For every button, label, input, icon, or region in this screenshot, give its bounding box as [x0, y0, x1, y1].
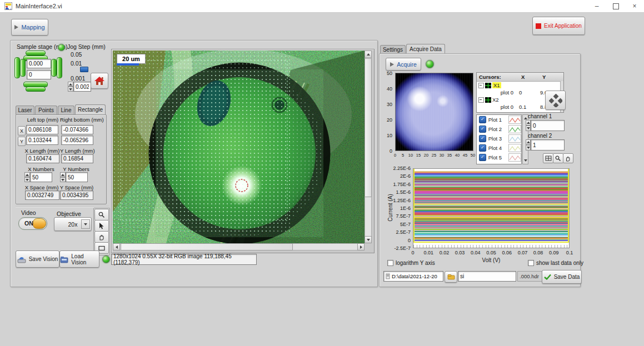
plot-checkbox[interactable]: ✓ — [479, 126, 486, 133]
plot-style-preview[interactable] — [508, 153, 521, 162]
plot-style-preview[interactable] — [508, 116, 521, 124]
close-button[interactable]: × — [625, 0, 644, 12]
jog-step-slider-handle[interactable] — [80, 67, 88, 72]
chart-minor-tick — [467, 245, 467, 248]
microscope-image[interactable]: 20 um — [113, 51, 365, 243]
minimize-button[interactable]: – — [587, 0, 606, 12]
pan-tool-button[interactable] — [94, 231, 109, 243]
browse-folder-button[interactable] — [445, 271, 457, 283]
cursors-table-header: Cursors: X Y — [477, 73, 563, 82]
plot-checkbox[interactable]: ✓ — [479, 135, 486, 142]
chart-minor-tick — [520, 245, 521, 248]
data-path-value: D:\data\2021-12-20 — [392, 273, 437, 279]
plot-style-preview[interactable] — [508, 144, 521, 152]
tab-laser[interactable]: Laser — [16, 106, 34, 114]
jog-value-field[interactable] — [73, 82, 91, 92]
acquire-button[interactable]: Acquire — [386, 58, 421, 71]
y-numbers-field[interactable] — [66, 172, 88, 182]
viewer-vscroll-thumb[interactable] — [365, 58, 372, 197]
viewer-vscroll-down-button[interactable] — [365, 236, 372, 243]
plot-label: Plot 1 — [488, 117, 506, 123]
chart-x-tick-label: 0.08 — [530, 250, 547, 255]
viewer-hscroll-thumb[interactable] — [121, 243, 293, 250]
stage-down-fine-button[interactable] — [26, 87, 46, 92]
cursor-tool-button[interactable] — [94, 220, 109, 232]
iv-trace — [413, 224, 570, 225]
cursor-name[interactable]: X2 — [492, 97, 499, 103]
viewer-hscroll-right-button[interactable] — [357, 243, 365, 250]
intensity-preview-plot[interactable] — [395, 73, 473, 151]
plot-checkbox[interactable]: ✓ — [479, 144, 486, 152]
graph-pan-palette-button[interactable] — [563, 153, 573, 163]
stage-right-fine-button[interactable] — [51, 59, 57, 77]
iv-chart-plot-area[interactable] — [413, 168, 570, 248]
x-numbers-field[interactable] — [30, 172, 52, 182]
show-last-checkbox-label: show last data only — [536, 260, 583, 266]
stage-left-coarse-button[interactable] — [14, 57, 20, 78]
labview-app-icon — [4, 2, 12, 10]
vision-status-led — [102, 255, 110, 263]
save-vision-button[interactable]: Save Vision — [16, 250, 59, 268]
tab-rectangle[interactable]: Rectangle — [75, 104, 106, 114]
plot-checkbox[interactable]: ✓ — [479, 154, 486, 161]
zoom-tool-button[interactable] — [94, 209, 109, 220]
jog-step-option[interactable]: 0.01 — [71, 60, 82, 67]
channel2-field[interactable] — [531, 139, 565, 151]
stage-left-fine-button[interactable] — [20, 59, 26, 77]
x-space-value: 0.0032749 — [25, 190, 59, 200]
cursor-name[interactable]: X1 — [492, 82, 501, 88]
tab-points[interactable]: Points — [35, 106, 57, 114]
iv-trace — [413, 196, 570, 198]
x-numbers-stepper[interactable] — [24, 172, 30, 182]
stage-y-field[interactable] — [27, 70, 51, 79]
jog-step-option[interactable]: 0.05 — [71, 51, 82, 58]
left-top-x-field[interactable] — [26, 125, 58, 134]
dropdown-arrow-icon[interactable] — [81, 219, 90, 229]
stage-x-field[interactable] — [27, 59, 51, 68]
legend-scroll-down[interactable] — [523, 158, 528, 163]
stage-right-coarse-button[interactable] — [57, 57, 62, 78]
show-last-checkbox[interactable] — [528, 260, 534, 266]
plot-style-preview[interactable] — [508, 125, 521, 133]
tab-acquire-data[interactable]: Acquire Data — [406, 44, 445, 53]
viewer-hscroll-left-button[interactable] — [113, 243, 120, 250]
cursor-move-pad-button[interactable] — [545, 91, 566, 110]
log-y-checkbox[interactable] — [387, 260, 393, 266]
save-data-button[interactable]: Save Data — [542, 270, 582, 284]
chart-minor-tick — [530, 245, 530, 248]
cursor-crosshair-icon — [485, 83, 491, 88]
tab-settings[interactable]: Settings — [380, 45, 406, 53]
channel1-field[interactable] — [531, 120, 565, 131]
load-vision-button[interactable]: Load Vision — [59, 250, 99, 268]
stage-home-button[interactable] — [91, 73, 108, 89]
y-numbers-stepper[interactable] — [60, 172, 66, 182]
plot-checkbox[interactable]: ✓ — [479, 116, 486, 123]
jog-value-stepper[interactable] — [68, 82, 73, 92]
cursor-group-row[interactable]: X1 — [477, 82, 563, 89]
data-path-control[interactable]: D:\data\2021-12-20 — [383, 271, 443, 282]
mapping-button[interactable]: Mapping — [11, 19, 48, 36]
file-prefix-field[interactable] — [458, 271, 516, 282]
tab-line[interactable]: Line — [58, 106, 74, 114]
graph-zoom-palette-button[interactable] — [553, 153, 563, 163]
graph-cursor-palette-button[interactable] — [543, 153, 553, 163]
right-bottom-x-field[interactable] — [61, 125, 93, 134]
objective-dropdown[interactable]: 20x — [54, 217, 92, 231]
maximize-button[interactable] — [606, 0, 625, 12]
chart-minor-tick — [423, 245, 423, 248]
save-vision-icon — [17, 255, 26, 263]
jog-step-option[interactable]: 0.001 — [71, 75, 85, 82]
video-on-toggle[interactable]: ON — [18, 217, 47, 230]
viewer-vscroll-up-button[interactable] — [365, 51, 372, 58]
tree-collapse-icon[interactable] — [478, 97, 484, 103]
chart-minor-tick — [539, 245, 540, 248]
tree-collapse-icon[interactable] — [478, 83, 484, 88]
exit-application-button[interactable]: Exit Application — [532, 17, 585, 35]
plot-style-preview[interactable] — [508, 134, 521, 143]
channel1-stepper[interactable] — [526, 120, 531, 131]
stage-up-fine-button[interactable] — [26, 51, 46, 56]
left-top-y-field[interactable] — [26, 136, 58, 145]
right-bottom-y-field[interactable] — [61, 136, 93, 145]
save-vision-label: Save Vision — [29, 256, 58, 262]
channel2-stepper[interactable] — [526, 139, 531, 151]
